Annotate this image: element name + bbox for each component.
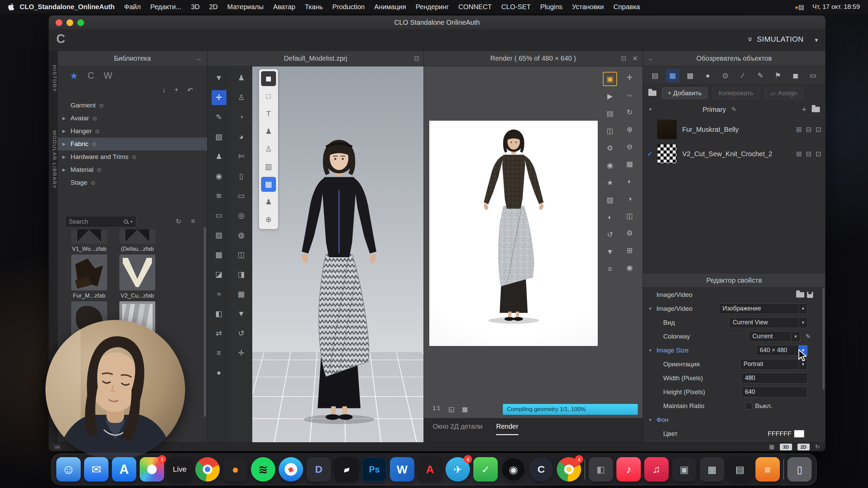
dock-chrome-work[interactable]: 4 bbox=[557, 457, 581, 482]
layer-tool-icon[interactable]: ≡ bbox=[212, 346, 226, 361]
dock-photoshop[interactable]: Ps bbox=[362, 457, 387, 482]
history-icon[interactable]: ↺ bbox=[603, 227, 617, 242]
image-size-dropdown[interactable]: 640 × 480 ▼ bbox=[756, 345, 808, 356]
dock-ableton-live[interactable]: Live bbox=[167, 457, 192, 482]
zoom-window-button[interactable] bbox=[77, 19, 84, 26]
show-pattern-icon[interactable]: ▥ bbox=[261, 159, 276, 174]
steam-tool-icon[interactable]: ≈ bbox=[212, 287, 226, 302]
menu-item[interactable]: CLO-SET bbox=[501, 3, 531, 11]
color-swatch[interactable] bbox=[794, 430, 804, 438]
pencil-view-icon[interactable]: ✎ bbox=[754, 69, 767, 82]
show-garment-icon[interactable]: T bbox=[261, 106, 276, 121]
avatar-grid-icon[interactable]: ▦ bbox=[234, 287, 249, 302]
add-colorway-icon[interactable]: ⊞ bbox=[796, 125, 802, 134]
add-view-icon[interactable]: ⊞ bbox=[623, 243, 637, 258]
render-settings-icon[interactable]: ⚙ bbox=[603, 141, 617, 155]
chevron-down-icon[interactable]: ▼ bbox=[798, 345, 807, 355]
tab-2d-window[interactable]: Окно 2Д детали bbox=[433, 419, 482, 435]
add-colorway-icon[interactable]: ⊞ bbox=[796, 150, 802, 158]
edit-pattern-tool-icon[interactable]: ▧ bbox=[212, 129, 226, 144]
render-type-dropdown[interactable]: Изображение ▼ bbox=[719, 303, 808, 314]
avatar-bound-icon[interactable]: ◫ bbox=[234, 247, 249, 262]
colorway-group-row[interactable]: ▼ Primary ✎ + bbox=[643, 102, 825, 117]
add-library-icon[interactable]: + bbox=[175, 86, 179, 94]
menu-item[interactable]: Материалы bbox=[227, 3, 263, 11]
dock-acrobat[interactable]: A bbox=[418, 457, 442, 482]
sewing-tool-icon[interactable]: ≋ bbox=[212, 188, 226, 203]
render-workspace[interactable]: ▣▶▤◫⚙◉★▨◐↺▼≡ ✛⇔↻⊕⊖▦◐◑◫⚙⊞◉ 1:1 ◱ ▦ Compil… bbox=[424, 66, 643, 418]
grid-toggle-icon[interactable]: ▦ bbox=[623, 157, 637, 171]
library-item-garment[interactable]: Garment ⊙ bbox=[58, 99, 207, 112]
avatar-mesh-icon[interactable]: ♟ bbox=[261, 195, 276, 209]
fit-view-icon[interactable]: ◱ bbox=[448, 405, 454, 413]
menu-item[interactable]: Plugins bbox=[540, 3, 563, 11]
library-item-hanger[interactable]: ▶ Hanger ⊙ bbox=[58, 125, 207, 138]
avatar-mirror-icon[interactable]: ◨ bbox=[234, 267, 249, 282]
render-image-icon[interactable]: ▣ bbox=[603, 72, 617, 86]
property-scrollbar[interactable] bbox=[823, 288, 825, 390]
dock-telegram[interactable]: ✈ 4 bbox=[446, 457, 470, 482]
cube-view-icon[interactable]: ◼ bbox=[789, 69, 802, 82]
render-window-icon[interactable]: ◫ bbox=[603, 124, 617, 138]
avatar-gizmo-icon[interactable]: ✛ bbox=[234, 346, 249, 361]
fabric-thumbnail[interactable] bbox=[657, 120, 677, 139]
new-folder-icon[interactable] bbox=[648, 90, 656, 96]
dock-discord[interactable]: D bbox=[307, 457, 331, 482]
expand-arrow-icon[interactable]: ▶ bbox=[62, 142, 71, 146]
mode-2d-button[interactable]: 2D bbox=[797, 444, 810, 450]
link-icon[interactable]: ⊡ bbox=[815, 125, 821, 134]
dock-gray-app[interactable]: ◧ bbox=[589, 457, 613, 482]
view-3d-solid-icon[interactable]: ◼ bbox=[261, 71, 276, 86]
view-dropdown[interactable]: Current View ▼ bbox=[729, 317, 808, 328]
thumbnail-default[interactable] bbox=[119, 229, 155, 244]
assign-button[interactable]: ▱ Assign bbox=[765, 87, 803, 99]
dock-roblox[interactable]: ▰ bbox=[334, 457, 359, 482]
dock-safari[interactable]: ◆ bbox=[279, 457, 303, 482]
avatar-size-icon[interactable]: ◔ bbox=[234, 110, 249, 125]
fabric-texture-icon[interactable]: ▦ bbox=[261, 177, 276, 192]
close-render-icon[interactable]: ✕ bbox=[632, 55, 638, 62]
fabric-view-icon[interactable]: ▦ bbox=[666, 69, 679, 82]
denoise-icon[interactable]: ◐ bbox=[603, 210, 617, 224]
chevron-down-icon[interactable]: ▼ bbox=[798, 359, 807, 369]
menu-item[interactable]: CONNECT bbox=[458, 3, 492, 11]
menu-item[interactable]: Рендеринг bbox=[416, 3, 449, 11]
simulation-dropdown[interactable]: » SIMULATION bbox=[748, 35, 804, 44]
favorites-star-icon[interactable]: ★ bbox=[70, 70, 78, 81]
collapse-section-icon[interactable]: ▼ bbox=[648, 348, 656, 353]
split-view-icon[interactable]: ◫ bbox=[623, 209, 637, 223]
rename-icon[interactable]: ✎ bbox=[731, 106, 736, 113]
menu-item[interactable]: Редакти... bbox=[150, 3, 181, 11]
dock-spotify[interactable]: ≋ bbox=[251, 457, 275, 482]
popout-viewport-icon[interactable]: ⊡ bbox=[414, 55, 419, 62]
selected-check-icon[interactable]: ✓ bbox=[647, 149, 657, 158]
select-move-tool-icon[interactable]: ✛ bbox=[212, 90, 226, 105]
object-row-fur-muskrat-belly[interactable]: Fur_Muskrat_Belly ⊞ ⊟ ⊡ bbox=[643, 117, 825, 142]
thumbnail-v2-cutsew[interactable] bbox=[119, 255, 155, 290]
menu-item[interactable]: Production bbox=[332, 3, 365, 11]
library-item-stage[interactable]: Stage ⊙ bbox=[58, 176, 207, 189]
copy-button[interactable]: Копировать bbox=[713, 87, 759, 99]
render-video-icon[interactable]: ▶ bbox=[603, 89, 617, 103]
dock-green-app[interactable]: ✓ bbox=[473, 457, 498, 482]
add-colorway-group-icon[interactable]: + bbox=[802, 105, 806, 114]
flatten-tool-icon[interactable]: ◧ bbox=[212, 306, 226, 321]
search-input[interactable]: Search ▾ bbox=[65, 216, 136, 227]
grid-icon[interactable]: ▦ bbox=[462, 405, 468, 413]
menu-item[interactable]: Анимация bbox=[374, 3, 406, 11]
select-icon[interactable]: ✛ bbox=[623, 70, 637, 85]
line-view-icon[interactable]: ∕ bbox=[736, 69, 750, 82]
zoom-in-icon[interactable]: ⊕ bbox=[623, 122, 637, 137]
menu-item[interactable]: Ткань bbox=[305, 3, 323, 11]
list-view-icon[interactable]: ▤ bbox=[648, 69, 662, 82]
expand-arrow-icon[interactable]: ▶ bbox=[62, 155, 71, 159]
library-menu-icon[interactable]: ≡ bbox=[191, 217, 195, 225]
dock-obs[interactable]: ◉ bbox=[501, 457, 526, 482]
menu-item[interactable]: Аватар bbox=[273, 3, 295, 11]
layers-icon[interactable]: ≡ bbox=[603, 262, 617, 276]
dock-fl-studio[interactable]: ● bbox=[223, 457, 248, 482]
thumbnail-v1-wool[interactable] bbox=[71, 229, 107, 244]
popout-render-icon[interactable]: ⊡ bbox=[621, 55, 626, 62]
camera-settings-icon[interactable]: ◉ bbox=[603, 158, 617, 172]
fold-arrangement-tool-icon[interactable]: ◪ bbox=[212, 267, 226, 282]
